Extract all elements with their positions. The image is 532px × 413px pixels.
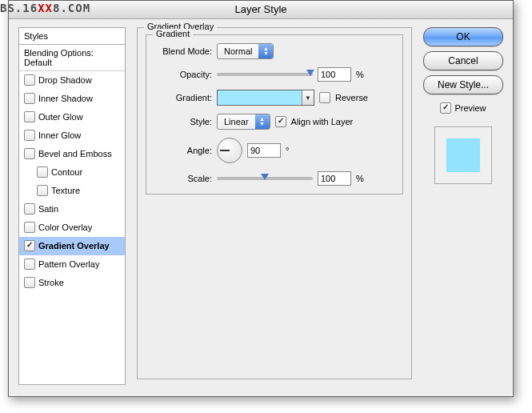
gradient-picker[interactable]: ▼ bbox=[217, 90, 314, 106]
sidebar-item-contour[interactable]: Contour bbox=[19, 163, 125, 182]
checkbox-icon[interactable] bbox=[24, 222, 35, 233]
preview-swatch-icon bbox=[446, 138, 480, 172]
gradient-label: Gradient: bbox=[154, 93, 212, 102]
style-label: Style: bbox=[154, 117, 212, 126]
ok-button[interactable]: OK bbox=[423, 27, 503, 46]
checkbox-icon[interactable] bbox=[24, 277, 35, 288]
item-label: Bevel and Emboss bbox=[38, 149, 112, 158]
item-label: Stroke bbox=[38, 278, 64, 287]
item-label: Outer Glow bbox=[38, 112, 83, 122]
preview-checkbox[interactable] bbox=[440, 102, 451, 114]
sidebar-item-color-overlay[interactable]: Color Overlay bbox=[19, 219, 125, 237]
scale-slider[interactable] bbox=[217, 177, 313, 180]
align-checkbox[interactable] bbox=[275, 116, 286, 127]
blend-mode-label: Blend Mode: bbox=[154, 46, 212, 56]
style-list: Blending Options: Default Drop Shadow In… bbox=[18, 45, 126, 385]
opacity-input[interactable] bbox=[318, 67, 351, 82]
angle-input[interactable] bbox=[247, 143, 281, 158]
checkbox-icon[interactable] bbox=[37, 185, 48, 196]
inner-group-title: Gradient bbox=[153, 29, 193, 38]
checkbox-icon[interactable] bbox=[24, 130, 35, 141]
settings-panel: Gradient Overlay Gradient Blend Mode: No… bbox=[137, 27, 412, 379]
checkbox-icon[interactable] bbox=[24, 259, 35, 270]
gradient-group: Gradient Blend Mode: Normal ▲▼ Opacity: … bbox=[146, 34, 403, 194]
item-label: Drop Shadow bbox=[38, 75, 92, 85]
updown-icon: ▲▼ bbox=[255, 114, 270, 129]
item-label: Color Overlay bbox=[38, 223, 92, 232]
new-style-button[interactable]: New Style... bbox=[423, 75, 503, 94]
item-label: Pattern Overlay bbox=[38, 259, 99, 269]
cancel-button[interactable]: Cancel bbox=[423, 51, 503, 70]
sidebar-item-texture[interactable]: Texture bbox=[19, 182, 125, 200]
checkbox-icon[interactable] bbox=[37, 166, 48, 178]
deg-label: ° bbox=[286, 146, 289, 155]
sidebar-item-inner-shadow[interactable]: Inner Shadow bbox=[19, 90, 125, 108]
sidebar-item-drop-shadow[interactable]: Drop Shadow bbox=[19, 71, 125, 90]
checkbox-icon[interactable] bbox=[24, 93, 35, 104]
preview-thumbnail bbox=[434, 126, 492, 184]
reverse-label: Reverse bbox=[335, 93, 368, 102]
scale-input[interactable] bbox=[318, 171, 351, 186]
angle-dial[interactable] bbox=[217, 138, 242, 163]
chevron-down-icon[interactable]: ▼ bbox=[302, 90, 314, 105]
sidebar-item-gradient-overlay[interactable]: Gradient Overlay bbox=[19, 237, 125, 255]
updown-icon: ▲▼ bbox=[258, 44, 273, 58]
item-label: Texture bbox=[51, 186, 80, 195]
sidebar-item-outer-glow[interactable]: Outer Glow bbox=[19, 108, 125, 126]
dialog-buttons: OK Cancel New Style... Preview bbox=[423, 27, 503, 184]
wm-xx: XX bbox=[38, 2, 53, 14]
sidebar-item-bevel-emboss[interactable]: Bevel and Emboss bbox=[19, 145, 125, 163]
styles-header[interactable]: Styles bbox=[18, 27, 126, 45]
style-select[interactable]: Linear ▲▼ bbox=[217, 114, 270, 130]
sidebar-item-stroke[interactable]: Stroke bbox=[19, 274, 125, 292]
blending-label: Blending Options: Default bbox=[24, 48, 120, 67]
slider-thumb-icon[interactable] bbox=[261, 174, 269, 180]
blend-mode-value: Normal bbox=[218, 46, 258, 56]
opacity-label: Opacity: bbox=[154, 70, 212, 79]
checkbox-icon[interactable] bbox=[24, 148, 35, 159]
blending-options[interactable]: Blending Options: Default bbox=[19, 45, 125, 71]
layer-style-window: Layer Style Styles Blending Options: Def… bbox=[8, 0, 514, 397]
gradient-preview-icon bbox=[218, 90, 302, 105]
blend-mode-select[interactable]: Normal ▲▼ bbox=[217, 43, 274, 59]
preview-row: Preview bbox=[440, 102, 486, 114]
wm-post: 8.COM bbox=[53, 2, 90, 14]
item-label: Gradient Overlay bbox=[38, 241, 110, 251]
slider-thumb-icon[interactable] bbox=[306, 70, 314, 76]
styles-sidebar: Styles Blending Options: Default Drop Sh… bbox=[18, 27, 126, 385]
item-label: Inner Glow bbox=[38, 130, 81, 140]
checkbox-icon[interactable] bbox=[24, 74, 35, 86]
sidebar-item-inner-glow[interactable]: Inner Glow bbox=[19, 126, 125, 145]
wm-pre: BS.16 bbox=[0, 2, 38, 14]
checkbox-icon[interactable] bbox=[24, 111, 35, 122]
item-label: Contour bbox=[51, 167, 82, 177]
item-label: Satin bbox=[38, 204, 58, 214]
pct-label: % bbox=[356, 70, 364, 79]
checkbox-icon[interactable] bbox=[24, 203, 35, 215]
gradient-overlay-group: Gradient Overlay Gradient Blend Mode: No… bbox=[137, 27, 412, 379]
align-label: Align with Layer bbox=[291, 117, 354, 126]
angle-label: Angle: bbox=[154, 146, 212, 155]
preview-label: Preview bbox=[454, 103, 486, 113]
watermark: BS.16XX8.COM bbox=[0, 2, 90, 14]
reverse-checkbox[interactable] bbox=[319, 92, 330, 103]
checkbox-icon[interactable] bbox=[24, 240, 35, 251]
style-value: Linear bbox=[218, 117, 255, 126]
item-label: Inner Shadow bbox=[38, 94, 93, 103]
sidebar-item-satin[interactable]: Satin bbox=[19, 200, 125, 219]
opacity-slider[interactable] bbox=[217, 73, 313, 76]
sidebar-item-pattern-overlay[interactable]: Pattern Overlay bbox=[19, 255, 125, 274]
scale-label: Scale: bbox=[154, 174, 212, 183]
pct-label: % bbox=[356, 174, 364, 183]
